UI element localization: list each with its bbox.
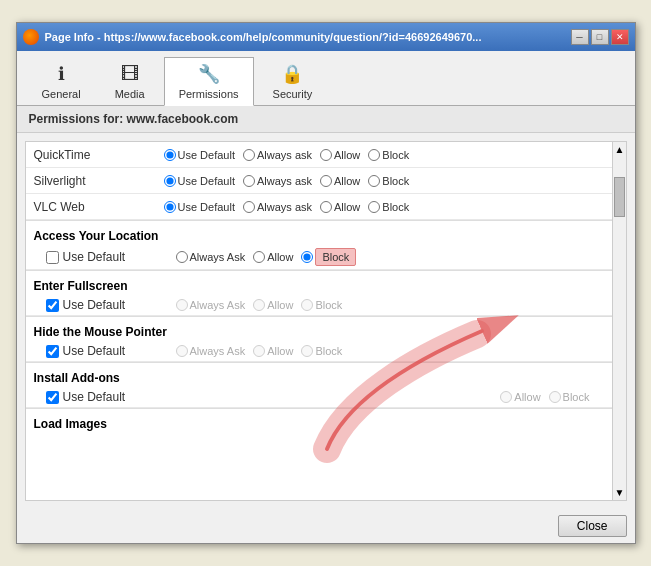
mouse-options: Always Ask Allow Block	[176, 345, 604, 357]
quicktime-use-default-label: Use Default	[178, 149, 235, 161]
location-block-label: Block	[315, 248, 356, 266]
quicktime-use-default-radio[interactable]	[164, 149, 176, 161]
quicktime-allow-radio[interactable]	[320, 149, 332, 161]
vlc-block-group: Block	[368, 201, 409, 213]
mouse-allow-label: Allow	[267, 345, 293, 357]
tab-security[interactable]: 🔒 Security	[258, 57, 328, 105]
addons-block-radio[interactable]	[549, 391, 561, 403]
tab-security-label: Security	[273, 88, 313, 100]
addons-allow-label: Allow	[514, 391, 540, 403]
titlebar-buttons: ─ □ ✕	[571, 29, 629, 45]
location-allow-group: Allow	[253, 251, 293, 263]
window-title: Page Info - https://www.facebook.com/hel…	[45, 31, 482, 43]
general-icon: ℹ	[49, 62, 73, 86]
fullscreen-use-default-check-label: Use Default	[63, 298, 126, 312]
fullscreen-allow-radio[interactable]	[253, 299, 265, 311]
silverlight-block-radio[interactable]	[368, 175, 380, 187]
quicktime-label: QuickTime	[34, 148, 164, 162]
fullscreen-always-ask-group: Always Ask	[176, 299, 246, 311]
quicktime-block-radio[interactable]	[368, 149, 380, 161]
silverlight-use-default-radio[interactable]	[164, 175, 176, 187]
location-section-header: Access Your Location	[26, 220, 612, 245]
silverlight-always-ask-radio[interactable]	[243, 175, 255, 187]
bottom-bar: Close	[17, 509, 635, 543]
mouse-block-radio[interactable]	[301, 345, 313, 357]
scrollbar-thumb[interactable]	[614, 177, 625, 217]
mouse-allow-radio[interactable]	[253, 345, 265, 357]
location-block-radio[interactable]	[301, 251, 313, 263]
location-allow-label: Allow	[267, 251, 293, 263]
mouse-allow-group: Allow	[253, 345, 293, 357]
load-images-title: Load Images	[34, 417, 107, 431]
fullscreen-row: Use Default Always Ask Allow Block	[26, 295, 612, 316]
fullscreen-section-header: Enter Fullscreen	[26, 270, 612, 295]
silverlight-always-ask-label: Always ask	[257, 175, 312, 187]
mouse-use-default-checkbox[interactable]	[46, 345, 59, 358]
quicktime-always-ask-radio[interactable]	[243, 149, 255, 161]
location-allow-radio[interactable]	[253, 251, 265, 263]
scroll-down-button[interactable]: ▼	[613, 485, 626, 500]
quicktime-always-ask-label: Always ask	[257, 149, 312, 161]
fullscreen-title: Enter Fullscreen	[34, 279, 128, 293]
maximize-button[interactable]: □	[591, 29, 609, 45]
tabs-bar: ℹ General 🎞 Media 🔧 Permissions 🔒 Securi…	[17, 51, 635, 106]
close-button[interactable]: Close	[558, 515, 627, 537]
fullscreen-allow-group: Allow	[253, 299, 293, 311]
mouse-always-ask-radio[interactable]	[176, 345, 188, 357]
tab-permissions-label: Permissions	[179, 88, 239, 100]
quicktime-allow-group: Allow	[320, 149, 360, 161]
fullscreen-allow-label: Allow	[267, 299, 293, 311]
location-check-group: Use Default	[46, 250, 176, 264]
vlc-use-default-label: Use Default	[178, 201, 235, 213]
addons-use-default-checkbox[interactable]	[46, 391, 59, 404]
vlc-use-default-radio[interactable]	[164, 201, 176, 213]
media-icon: 🎞	[118, 62, 142, 86]
silverlight-label: Silverlight	[34, 174, 164, 188]
silverlight-allow-label: Allow	[334, 175, 360, 187]
location-always-ask-radio[interactable]	[176, 251, 188, 263]
scroll-up-button[interactable]: ▲	[613, 142, 626, 157]
vlc-allow-radio[interactable]	[320, 201, 332, 213]
silverlight-use-default-label: Use Default	[178, 175, 235, 187]
scrollbar[interactable]: ▲ ▼	[612, 142, 626, 500]
tab-permissions[interactable]: 🔧 Permissions	[164, 57, 254, 106]
vlc-label: VLC Web	[34, 200, 164, 214]
addons-check-group: Use Default	[46, 390, 176, 404]
vlc-block-radio[interactable]	[368, 201, 380, 213]
location-block-group: Block	[301, 248, 356, 266]
location-use-default-check-label: Use Default	[63, 250, 126, 264]
tab-general[interactable]: ℹ General	[27, 57, 96, 105]
permissions-for-label: Permissions for:	[29, 112, 124, 126]
minimize-button[interactable]: ─	[571, 29, 589, 45]
addons-row: Use Default Allow Block	[26, 387, 612, 408]
fullscreen-block-radio[interactable]	[301, 299, 313, 311]
permissions-for-bar: Permissions for: www.facebook.com	[17, 106, 635, 133]
load-images-section-header: Load Images	[26, 408, 612, 433]
location-row: Use Default Always Ask Allow Block	[26, 245, 612, 270]
permissions-domain: www.facebook.com	[127, 112, 239, 126]
location-title: Access Your Location	[34, 229, 159, 243]
fullscreen-block-group: Block	[301, 299, 342, 311]
addons-allow-radio[interactable]	[500, 391, 512, 403]
addons-allow-group: Allow	[500, 391, 540, 403]
tab-media[interactable]: 🎞 Media	[100, 57, 160, 105]
close-window-button[interactable]: ✕	[611, 29, 629, 45]
mouse-block-label: Block	[315, 345, 342, 357]
firefox-icon	[23, 29, 39, 45]
fullscreen-use-default-checkbox[interactable]	[46, 299, 59, 312]
location-options: Always Ask Allow Block	[176, 248, 604, 266]
vlc-always-ask-label: Always ask	[257, 201, 312, 213]
content-area: QuickTime Use Default Always ask Allow	[25, 141, 627, 501]
fullscreen-check-group: Use Default	[46, 298, 176, 312]
mouse-always-ask-group: Always Ask	[176, 345, 246, 357]
fullscreen-always-ask-radio[interactable]	[176, 299, 188, 311]
silverlight-allow-radio[interactable]	[320, 175, 332, 187]
silverlight-always-ask-group: Always ask	[243, 175, 312, 187]
mouse-section-header: Hide the Mouse Pointer	[26, 316, 612, 341]
table-row: Silverlight Use Default Always ask Allow	[26, 168, 612, 194]
silverlight-options: Use Default Always ask Allow Block	[164, 175, 604, 187]
location-use-default-checkbox[interactable]	[46, 251, 59, 264]
vlc-block-label: Block	[382, 201, 409, 213]
vlc-always-ask-radio[interactable]	[243, 201, 255, 213]
scroll-content[interactable]: QuickTime Use Default Always ask Allow	[26, 142, 612, 500]
